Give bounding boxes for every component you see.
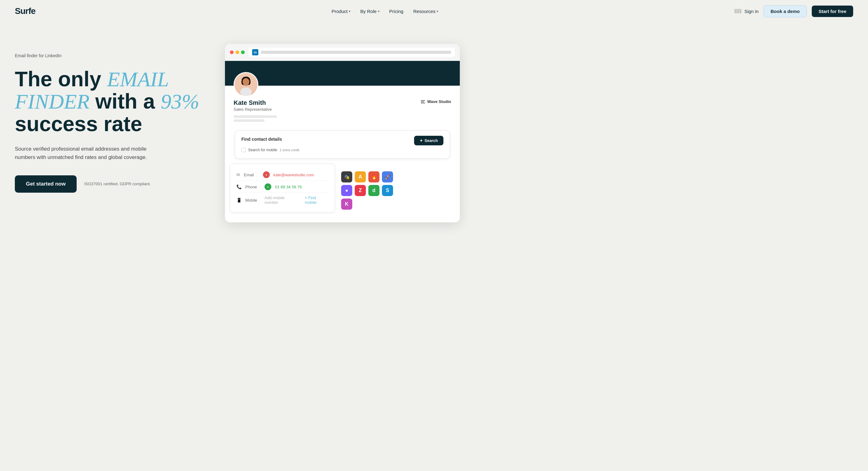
nav-product[interactable]: Product ▾ [332, 9, 350, 14]
svg-point-6 [243, 78, 249, 85]
nav-pricing[interactable]: Pricing [389, 9, 404, 14]
star-icon: ✦ [420, 139, 423, 143]
book-demo-button[interactable]: Book a demo [764, 5, 807, 17]
profile-banner [225, 61, 460, 86]
phone-source-icon: ● [265, 183, 271, 190]
search-mobile-label: Search for mobile [248, 148, 277, 152]
wave-studio-badge: Wave Studio [421, 99, 451, 104]
app-icon-6: d [368, 185, 379, 196]
email-icon: ✉ [237, 172, 240, 177]
app-icon-1: A [355, 171, 366, 182]
app-icon-7: S [382, 185, 393, 196]
hero-title-part1: The only [15, 67, 107, 91]
hero-title-part2: with a [90, 89, 161, 113]
avatar-image [235, 72, 257, 96]
profile-name: Kate Smith [234, 99, 277, 107]
email-source-icon: ● [263, 171, 270, 178]
phone-value: 01 89 34 56 76 [275, 185, 302, 189]
app-icons-grid: 🎭 A 🔥 🚀 ● Z d S K [339, 169, 396, 212]
surfe-panel-area: Find contact details ✦ Search Search for… [225, 130, 460, 159]
contact-phone-row: 📞 Phone ● 01 89 34 56 76 [237, 181, 329, 193]
hero-title-email: EMAIL [107, 67, 169, 91]
hero-title-percent: 93% [161, 90, 199, 113]
app-icons-container: 🎭 A 🔥 🚀 ● Z d S K [339, 164, 396, 217]
hero-title: The only EMAIL FINDER with a 93% success… [15, 68, 207, 135]
search-button[interactable]: ✦ Search [414, 136, 443, 145]
dot-green [241, 51, 245, 54]
nav-resources[interactable]: Resources ▾ [413, 9, 438, 14]
email-label: Email [244, 173, 259, 177]
app-icon-3: 🚀 [382, 171, 393, 182]
start-free-button[interactable]: Start for free [812, 6, 853, 17]
mobile-icon: 📱 [237, 198, 242, 203]
nav-by-role[interactable]: By Role ▾ [360, 9, 379, 14]
dot-red [230, 51, 234, 54]
url-text-bar [261, 51, 451, 54]
contact-card: ✉ Email ● kate@wavestudio.com 📞 Phone ● … [230, 164, 335, 212]
dot-yellow [236, 51, 239, 54]
hero-section: Email finder for LinkedIn The only EMAIL… [0, 22, 868, 471]
contact-mobile-row: 📱 Mobile Add mobile number + Find mobile [237, 193, 329, 207]
mobile-placeholder: Add mobile number [265, 196, 299, 205]
profile-avatar [234, 72, 258, 97]
surfe-find-row: Find contact details ✦ Search [241, 136, 443, 145]
hero-cta-row: Get started now ISO27001 certified. GDPR… [15, 175, 207, 193]
profile-left: Kate Smith Sales Representative [234, 99, 277, 122]
mobile-label: Mobile [245, 198, 261, 203]
hero-right: in [225, 41, 853, 223]
app-icon-0: 🎭 [341, 171, 352, 182]
navbar: Surfe Product ▾ By Role ▾ Pricing Resour… [0, 0, 868, 22]
phone-label: Phone [245, 185, 261, 189]
surfe-panel: Find contact details ✦ Search Search for… [235, 130, 450, 159]
contact-email-row: ✉ Email ● kate@wavestudio.com [237, 169, 329, 181]
hero-title-finder: FINDER [15, 90, 90, 113]
browser-dots [230, 51, 245, 54]
browser-url-bar: in [248, 48, 455, 57]
search-mobile-row: Search for mobile 1 extra credit [241, 148, 443, 152]
bottom-cards-row: ✉ Email ● kate@wavestudio.com 📞 Phone ● … [225, 164, 460, 223]
hero-left: Email finder for LinkedIn The only EMAIL… [15, 41, 207, 193]
wave-studio-icon [421, 100, 425, 103]
linkedin-icon: in [252, 49, 258, 55]
hero-title-part3: success rate [15, 112, 142, 136]
app-icon-4: ● [341, 185, 352, 196]
profile-lines [234, 115, 277, 122]
nav-actions: Sign in Book a demo Start for free [735, 5, 853, 17]
hero-tag: Email finder for LinkedIn [15, 53, 207, 58]
phone-icon: 📞 [237, 184, 242, 189]
app-icon-5: Z [355, 185, 366, 196]
profile-card: Kate Smith Sales Representative [225, 61, 460, 223]
profile-line-2 [234, 119, 265, 122]
find-mobile-link[interactable]: + Find mobile [305, 196, 329, 205]
search-mobile-checkbox[interactable] [241, 148, 246, 152]
get-started-button[interactable]: Get started now [15, 175, 76, 193]
hero-subtitle: Source verified professional email addre… [15, 145, 163, 161]
surfe-panel-header: Find contact details [241, 137, 282, 142]
compliance-text: ISO27001 certified. GDPR compliant. [84, 181, 151, 186]
email-value: kate@wavestudio.com [274, 173, 314, 177]
extra-credit-label: 1 extra credit [280, 148, 300, 152]
profile-job-title: Sales Representative [234, 107, 277, 112]
profile-line-1 [234, 115, 277, 118]
app-icon-8: K [341, 199, 352, 210]
profile-info-area: Kate Smith Sales Representative [225, 86, 460, 128]
brand-logo[interactable]: Surfe [15, 6, 35, 16]
browser-bar: in [225, 44, 460, 61]
browser-frame: in [225, 44, 460, 223]
sign-in-button[interactable]: Sign in [735, 9, 758, 14]
app-icon-2: 🔥 [368, 171, 379, 182]
chevron-down-icon: ▾ [437, 9, 438, 13]
nav-links: Product ▾ By Role ▾ Pricing Resources ▾ [332, 9, 438, 14]
chevron-down-icon: ▾ [349, 9, 350, 13]
chevron-down-icon: ▾ [378, 9, 379, 13]
sign-in-icon [735, 9, 742, 13]
